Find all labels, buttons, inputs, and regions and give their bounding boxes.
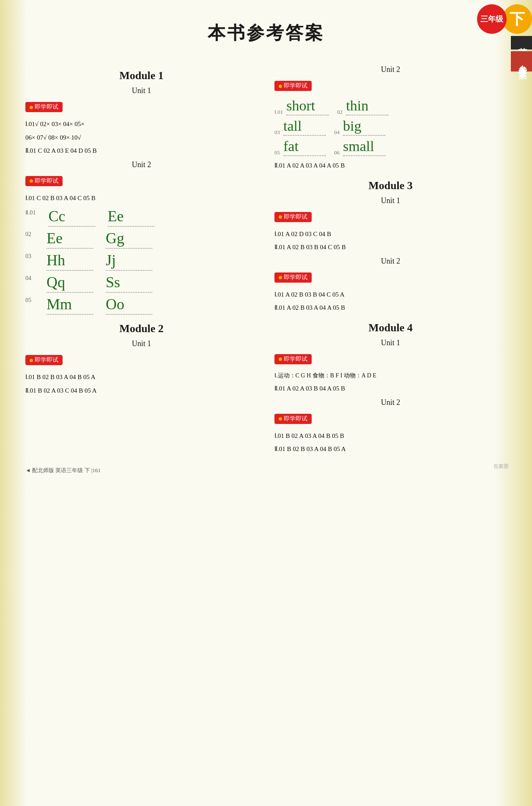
hw-pair-02: Ee Gg	[47, 229, 152, 249]
unit2-m3-i-row1: Ⅰ.01 A 02 B 03 B 04 C 05 A	[274, 289, 507, 301]
word-short: short	[286, 98, 329, 116]
unit1-title: Unit 1	[25, 86, 258, 95]
unit2-r-title: Unit 2	[274, 65, 507, 74]
unit2-m4-i-row1: Ⅰ.01 B 02 A 03 A 04 B 05 B	[274, 430, 507, 442]
right-sidebar: 英语 参考答案	[511, 36, 532, 72]
hw-word-jj: Jj	[106, 251, 152, 271]
hw-word-mm: Mm	[47, 295, 93, 315]
unit2-badge: 即学即试	[25, 176, 63, 186]
hw-word-oo: Oo	[106, 295, 152, 315]
word-row-3: 05 fat 06 small	[274, 138, 507, 156]
unit2-title: Unit 2	[25, 160, 258, 169]
unit2-r-badge-wrap: 即学即试	[274, 78, 507, 94]
footer-left-text: ◄ 配北师版 英语三年级 下 |161	[25, 467, 101, 474]
hw-row-03: 03 Hh Jj	[25, 251, 258, 271]
module3-title: Module 3	[274, 179, 507, 192]
module1-title: Module 1	[25, 69, 258, 82]
unit2-r-ii: Ⅱ.01 A 02 A 03 A 04 A 05 B	[274, 160, 507, 172]
word-item-02: 02 thin	[337, 98, 388, 116]
badge-dot-r3	[279, 276, 282, 279]
word-num-06: 06	[334, 149, 340, 156]
hw-num-03: 03	[25, 253, 34, 260]
unit1-badge: 即学即试	[25, 102, 63, 112]
unit2-m4-ii-row: Ⅱ.01 B 02 B 03 A 04 B 05 A	[274, 443, 507, 455]
grade-badge-area: 三年级 下	[477, 4, 532, 34]
word-num-02: 02	[337, 109, 343, 116]
xia-badge: 下	[502, 4, 532, 34]
word-num-03: 03	[274, 129, 280, 136]
badge-dot-r4	[279, 358, 282, 361]
unit1-m4-title: Unit 1	[274, 338, 507, 347]
word-small: small	[343, 138, 385, 156]
word-big: big	[343, 118, 385, 136]
hw-word-qq: Qq	[47, 273, 93, 293]
word-row-1: Ⅰ.01 short 02 thin	[274, 98, 507, 116]
word-num-05: 05	[274, 149, 280, 156]
hw-word-ee1: Ee	[108, 207, 154, 227]
main-content: Module 1 Unit 1 即学即试 Ⅰ.01√ 02× 03× 04× 0…	[25, 62, 507, 457]
unit2-m3-badge-wrap: 即学即试	[274, 270, 507, 286]
unit1-m3-title: Unit 1	[274, 196, 507, 205]
sidebar-answer-label: 参考答案	[511, 51, 532, 72]
hw-row-04: 04 Qq Ss	[25, 273, 258, 293]
word-num-i01: Ⅰ.01	[274, 109, 283, 116]
word-thin: thin	[346, 98, 388, 116]
badge-dot-r5	[279, 417, 282, 421]
unit1-m3-i-row1: Ⅰ.01 A 02 D 03 C 04 B	[274, 228, 507, 240]
word-item-06: 06 small	[334, 138, 385, 156]
unit2-m4-badge-wrap: 即学即试	[274, 411, 507, 427]
unit2-m3-title: Unit 2	[274, 257, 507, 266]
hw-row-01: Ⅱ.01 Cc Ee	[25, 207, 258, 227]
right-column: Unit 2 即学即试 Ⅰ.01 short 02 thin	[274, 62, 507, 457]
word-row-2: 03 tall 04 big	[274, 118, 507, 136]
hw-row-05: 05 Mm Oo	[25, 295, 258, 315]
unit1-m2-ii-row: Ⅱ.01 B 02 A 03 C 04 B 05 A	[25, 385, 258, 397]
hw-num-04: 04	[25, 275, 34, 282]
unit2-m3-ii-row: Ⅱ.01 A 02 B 03 A 04 A 05 B	[274, 302, 507, 314]
badge-dot-r2	[279, 215, 282, 219]
badge-dot	[30, 106, 33, 109]
grade-badge: 三年级	[477, 4, 507, 34]
hw-word-ee2: Ee	[47, 229, 93, 249]
badge-dot2	[30, 179, 33, 183]
unit2-m4-badge: 即学即试	[274, 414, 312, 424]
unit1-m2-badge: 即学即试	[25, 355, 63, 365]
hw-word-ss: Ss	[106, 273, 152, 293]
hw-pair-05: Mm Oo	[47, 295, 152, 315]
unit1-i-row2: 06× 07√ 08× 09× 10√	[25, 132, 258, 144]
unit2-handwriting: Ⅱ.01 Cc Ee 02 Ee Gg 03 Hh	[25, 207, 258, 315]
badge-dot-r1	[279, 85, 282, 88]
hw-pair-03: Hh Jj	[47, 251, 152, 271]
hw-num-01: Ⅱ.01	[25, 209, 36, 216]
unit1-badge-wrap: 即学即试	[25, 99, 258, 116]
right-unit2-words: Ⅰ.01 short 02 thin 03 tall 04 bi	[274, 98, 507, 156]
word-item-03: 03 tall	[274, 118, 326, 136]
unit2-i-row: Ⅰ.01 C 02 B 03 A 04 C 05 B	[25, 192, 258, 204]
unit1-m2-title: Unit 1	[25, 339, 258, 348]
watermark: 告案图	[494, 463, 509, 470]
badge-dot3	[30, 359, 33, 362]
unit1-m3-badge: 即学即试	[274, 212, 312, 222]
word-item-05: 05 fat	[274, 138, 326, 156]
module2-title: Module 2	[25, 322, 258, 335]
footer-bar: ◄ 配北师版 英语三年级 下 |161 告案图	[0, 467, 532, 474]
hw-word-hh: Hh	[47, 251, 93, 271]
hw-pair-01: Cc Ee	[49, 207, 154, 227]
hw-word-cc: Cc	[49, 207, 95, 227]
unit2-r-badge: 即学即试	[274, 81, 312, 91]
word-fat: fat	[283, 138, 326, 156]
unit1-m4-badge-wrap: 即学即试	[274, 352, 507, 368]
unit2-m4-title: Unit 2	[274, 398, 507, 407]
unit1-m3-ii-row: Ⅱ.01 A 02 B 03 B 04 C 05 B	[274, 241, 507, 253]
word-item-01: Ⅰ.01 short	[274, 98, 329, 116]
word-tall: tall	[283, 118, 326, 136]
unit1-i-row1: Ⅰ.01√ 02× 03× 04× 05×	[25, 118, 258, 130]
hw-num-05: 05	[25, 297, 34, 304]
word-num-04: 04	[334, 129, 340, 136]
page-title: 本书参考答案	[25, 21, 507, 45]
hw-pair-04: Qq Ss	[47, 273, 152, 293]
module4-title: Module 4	[274, 322, 507, 334]
unit2-m3-badge: 即学即试	[274, 272, 312, 283]
unit1-m2-i-row1: Ⅰ.01 B 02 B 03 A 04 B 05 A	[25, 371, 258, 383]
unit1-m3-badge-wrap: 即学即试	[274, 209, 507, 226]
